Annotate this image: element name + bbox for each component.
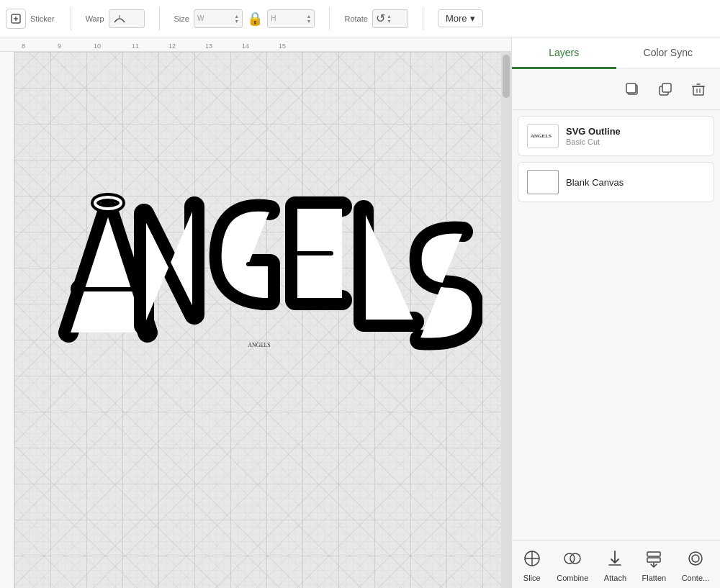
ruler-mark-13: 13 <box>205 42 212 50</box>
svg-text:ANGELS: ANGELS <box>248 342 271 348</box>
more-button[interactable]: More ▾ <box>438 9 483 27</box>
angels-artwork: ANGELS <box>36 109 482 354</box>
layer-thumbnail: ANGELS <box>527 124 559 148</box>
svg-rect-8 <box>662 83 671 92</box>
slice-icon <box>523 549 541 572</box>
svg-point-23 <box>692 555 699 562</box>
ruler-marks-container: 8 9 10 11 12 13 14 15 <box>0 37 511 51</box>
svg-point-22 <box>689 552 702 565</box>
more-label: More <box>446 13 467 24</box>
layer-name: SVG Outline <box>566 126 705 137</box>
copy-icon <box>624 81 640 97</box>
width-input[interactable] <box>205 14 233 23</box>
warp-group: Warp <box>86 9 145 28</box>
scrollbar-thumb[interactable] <box>503 55 510 98</box>
panel-bottom: Slice Combine <box>512 540 720 588</box>
blank-canvas-name: Blank Canvas <box>566 177 624 188</box>
more-arrow: ▾ <box>470 13 475 24</box>
tab-color-sync[interactable]: Color Sync <box>616 37 721 69</box>
svg-rect-20 <box>647 552 660 556</box>
canvas-area[interactable]: 8 9 10 11 12 13 14 15 <box>0 37 511 588</box>
warp-input-wrap <box>109 9 145 28</box>
ruler-mark-9: 9 <box>58 42 61 50</box>
slice-label: Slice <box>523 574 541 582</box>
panel-toolbar <box>512 69 720 110</box>
height-arrows[interactable]: ▲▼ <box>307 14 312 24</box>
flatten-label: Flatten <box>642 574 667 582</box>
panel-bottom-tools: Slice Combine <box>515 546 717 585</box>
width-arrows[interactable]: ▲▼ <box>234 14 239 24</box>
panel-spacer <box>512 202 720 540</box>
attach-label: Attach <box>604 574 626 582</box>
contour-label: Conte... <box>682 574 710 582</box>
rotate-group: Rotate ↺ ▲▼ <box>344 9 408 28</box>
size-label: Size <box>174 14 189 23</box>
copy-layer-button[interactable] <box>619 76 645 102</box>
top-toolbar: Sticker Warp Size W ▲▼ 🔒 H ▲▼ <box>0 0 720 37</box>
divider-2 <box>159 7 160 30</box>
contour-button[interactable]: Conte... <box>676 546 716 585</box>
main-area: 8 9 10 11 12 13 14 15 <box>0 37 720 588</box>
contour-icon <box>686 549 705 572</box>
size-group: Size W ▲▼ 🔒 H ▲▼ <box>174 9 315 28</box>
svg-point-18 <box>570 553 580 564</box>
divider-1 <box>71 7 71 30</box>
svg-rect-21 <box>647 558 660 562</box>
w-prefix: W <box>197 14 204 22</box>
width-input-wrap[interactable]: W ▲▼ <box>194 9 243 28</box>
height-input-wrap[interactable]: H ▲▼ <box>267 9 315 28</box>
svg-text:ANGELS: ANGELS <box>531 133 552 139</box>
blank-canvas-item[interactable]: Blank Canvas <box>518 162 714 202</box>
duplicate-icon <box>657 81 673 97</box>
slice-button[interactable]: Slice <box>517 546 547 585</box>
blank-canvas-thumbnail <box>527 170 559 194</box>
scrollbar-right[interactable] <box>501 52 511 588</box>
combine-label: Combine <box>557 574 588 582</box>
flatten-button[interactable]: Flatten <box>636 546 672 585</box>
warp-label: Warp <box>86 14 104 23</box>
delete-icon <box>690 81 706 97</box>
rotate-arrows[interactable]: ▲▼ <box>387 14 392 24</box>
sticker-label: Sticker <box>30 14 55 23</box>
sticker-section: Sticker <box>6 9 56 29</box>
attach-button[interactable]: Attach <box>598 546 632 585</box>
ruler-mark-11: 11 <box>132 42 139 50</box>
h-prefix: H <box>271 14 276 22</box>
layer-item-svg-outline[interactable]: ANGELS SVG Outline Basic Cut <box>518 116 714 156</box>
panel-tabs: Layers Color Sync <box>512 37 720 69</box>
ruler-mark-12: 12 <box>168 42 176 50</box>
svg-rect-6 <box>626 83 636 93</box>
flatten-icon <box>644 549 663 572</box>
rotate-label: Rotate <box>344 14 367 23</box>
ruler-mark-8: 8 <box>22 42 25 50</box>
attach-icon <box>606 549 624 572</box>
rotate-input-wrap[interactable]: ↺ ▲▼ <box>372 9 408 28</box>
svg-rect-9 <box>693 86 703 95</box>
ruler-mark-14: 14 <box>242 42 249 50</box>
lock-icon[interactable]: 🔒 <box>247 11 263 27</box>
canvas-grid[interactable]: ANGELS <box>14 52 501 588</box>
divider-4 <box>423 7 423 30</box>
sticker-icon <box>6 9 26 29</box>
combine-icon <box>563 549 582 572</box>
height-input[interactable] <box>278 14 305 23</box>
combine-button[interactable]: Combine <box>551 546 594 585</box>
layer-type: Basic Cut <box>566 137 705 146</box>
ruler-top: 8 9 10 11 12 13 14 15 <box>0 37 511 52</box>
duplicate-layer-button[interactable] <box>652 76 678 102</box>
layer-thumb-svg: ANGELS <box>529 126 557 146</box>
layer-info: SVG Outline Basic Cut <box>566 126 705 146</box>
ruler-mark-15: 15 <box>279 42 286 50</box>
ruler-left <box>0 52 14 588</box>
warp-icon <box>112 12 127 25</box>
angels-svg: ANGELS <box>36 109 482 354</box>
rotate-icon: ↺ <box>376 12 385 25</box>
right-panel: Layers Color Sync <box>511 37 720 588</box>
divider-3 <box>329 7 330 30</box>
delete-layer-button[interactable] <box>685 76 711 102</box>
ruler-mark-10: 10 <box>94 42 101 50</box>
tab-layers[interactable]: Layers <box>512 37 616 69</box>
